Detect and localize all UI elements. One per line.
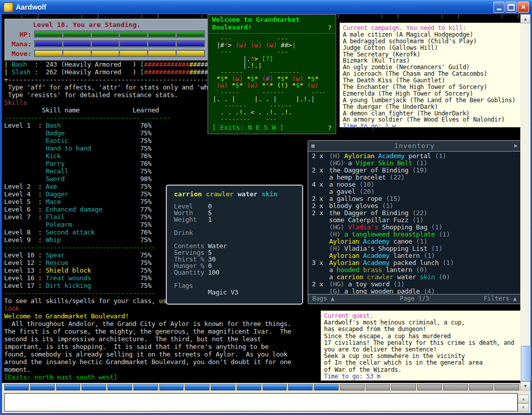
inventory-item[interactable]: 3 xAylorian Academy packed lunch (1)	[312, 259, 519, 266]
activity-segment	[56, 384, 81, 391]
close-button[interactable]: ✕	[518, 2, 529, 13]
map-exits: [ Exits: N E S W ]	[212, 124, 284, 131]
item-count: 2 x	[312, 202, 329, 210]
item-count: 3 x	[312, 259, 329, 266]
item-count	[312, 217, 329, 224]
item-stat-line: Weight 1	[174, 216, 238, 223]
scrollbar-thumb[interactable]	[521, 346, 531, 381]
map-header[interactable]: Welcome to Grandmarket Boulevard! ?	[208, 15, 336, 34]
inventory-item[interactable]: a carrion crawler water skin (0)	[312, 274, 519, 281]
inventory-window[interactable]: ■ Inventory ▶ 2 x(H) Aylorian Academy po…	[308, 140, 521, 304]
terminal-line: Sword 98%	[4, 175, 291, 183]
aardwolf-icon	[4, 3, 13, 12]
activity-segment	[314, 384, 339, 391]
map-help-icon-bottom[interactable]: ?	[328, 124, 332, 132]
scroll-down-arrow[interactable]: ▼	[520, 381, 530, 391]
inventory-item[interactable]: 2 xbloody gloves (1)	[312, 202, 519, 210]
inventory-item[interactable]: a hooded brass lantern (0)	[312, 266, 519, 274]
bar-label: HP:	[5, 31, 34, 38]
terminal-line: Parry 76%	[4, 160, 291, 167]
activity-segment	[262, 384, 287, 391]
move-bar: Move:	[5, 49, 207, 57]
inventory-item[interactable]: some Caterpillar Fuzz (1)	[312, 217, 519, 224]
activity-segment	[237, 384, 261, 391]
inventory-header[interactable]: ■ Inventory ▶	[308, 141, 521, 152]
map-room-name-line1: Welcome to Grandmarket	[212, 16, 300, 23]
terminal-line: look	[4, 305, 291, 312]
status-window[interactable]: Level 18. You are Standing. HP:Mana:Move…	[4, 18, 209, 61]
item-count	[312, 245, 329, 252]
stop-icon[interactable]: ■	[311, 141, 315, 151]
item-count	[312, 174, 329, 181]
inventory-list: 2 x(H) Aylorian Academy portal (1)(HG) a…	[312, 153, 519, 295]
terminal-line: All throughout Andolor, the Grand City o…	[4, 320, 291, 328]
item-stat-line: Quantity 100	[174, 269, 238, 276]
activity-segment	[366, 384, 391, 391]
filters-button[interactable]: Filters ▲	[484, 294, 517, 303]
inventory-item[interactable]: 2 x(H) Aylorian Academy portal (1)	[312, 153, 519, 160]
mana-bar: Mana:	[5, 40, 207, 48]
inventory-item[interactable]: (HG) a Viper Skin Belt (1)	[312, 160, 519, 167]
inventory-footer: Bags ▲ Page 1/3 Filters ▲	[308, 294, 521, 304]
item-count	[312, 188, 329, 195]
status-title: Level 18. You are Standing.	[33, 21, 140, 28]
item-count	[312, 160, 329, 167]
activity-segment	[443, 384, 468, 391]
inventory-item[interactable]: 2 xthe Dagger of Binding (19)	[312, 167, 519, 174]
triangle-up-icon: ▲	[513, 295, 517, 302]
activity-segment	[185, 384, 210, 391]
terminal-line: [Exits: north east south west]	[4, 373, 291, 381]
item-stat-line: Drink	[174, 229, 238, 236]
terminal-line: Kick 76%	[4, 152, 291, 160]
window-title: Aardwolf	[16, 3, 46, 11]
terminal-line: important, is its shopping. It is said t…	[4, 343, 291, 350]
bar-label: Mana:	[5, 40, 34, 48]
command-input[interactable]	[4, 393, 518, 411]
triangle-up-icon: ▲	[331, 295, 334, 302]
item-count: 4 x	[312, 181, 329, 188]
map-help-icon[interactable]: ?	[328, 24, 332, 32]
activity-segment	[107, 384, 132, 391]
activity-strip	[2, 383, 520, 392]
next-page-icon[interactable]: ▶	[514, 141, 518, 151]
bags-button[interactable]: Bags ▲	[312, 294, 334, 303]
item-detail-popup[interactable]: carrion crawler water skin Level 0Worth …	[166, 185, 303, 305]
item-count: 2 x	[312, 153, 329, 160]
activity-segment	[4, 384, 29, 391]
item-stat-line: Magic V3	[174, 289, 238, 295]
inventory-item[interactable]: 4 xa noose (10)	[312, 181, 519, 188]
inventory-item[interactable]: a hemp bracelet (22)	[312, 174, 519, 181]
item-count	[312, 252, 329, 259]
terminal-line: Recall 75%	[4, 167, 291, 175]
inventory-item[interactable]: (H) a tangleweed breastplate (1)	[312, 231, 519, 238]
activity-segment	[417, 384, 442, 391]
inventory-item[interactable]: (HG) Vladia's Shopping Bag (1)	[312, 224, 519, 231]
terminal-line: The first is of course, the mighty, the …	[4, 328, 291, 335]
inventory-item[interactable]: Aylorian Academy canoe (1)	[312, 238, 519, 245]
maximize-button[interactable]	[506, 2, 517, 13]
bar-label: Move:	[5, 50, 34, 57]
activity-segment	[288, 384, 313, 391]
activity-segment	[81, 384, 106, 391]
quest-panel: Current quest.Aardwolf's most heinous cr…	[320, 310, 521, 381]
terminal-line: Welcome to Grandmarket Boulevard!	[4, 312, 291, 320]
inventory-item[interactable]: (H) Vladia's Shopping List (1)	[312, 245, 519, 252]
inventory-item[interactable]: 2 x(HG) a toy sword (1)	[312, 281, 519, 288]
activity-bar[interactable]	[4, 384, 519, 391]
inventory-item[interactable]: 2 xthe Dagger of Binding (22)	[312, 210, 519, 217]
ascii-map: --- --- |#*> (ω) (ω) (ω) ##>| --- --- |.…	[213, 35, 326, 122]
inventory-item[interactable]: Aylorian Academy lantern (1)	[312, 252, 519, 259]
output-scrollbar[interactable]: ▲ ▼	[520, 14, 530, 391]
map-window[interactable]: Welcome to Grandmarket Boulevard! ? --- …	[208, 14, 336, 134]
title-bar[interactable]: Aardwolf ✕	[0, 0, 532, 14]
scroll-up-arrow[interactable]: ▲	[520, 14, 530, 23]
input-scroll-up-button[interactable]: ▲	[518, 395, 529, 403]
inventory-item[interactable]: 2 xa gallows rope (15)	[312, 195, 519, 202]
item-count: 2 x	[312, 210, 329, 217]
input-scroll-down-button[interactable]: ▼	[518, 403, 529, 412]
map-row: -------- ---	[213, 115, 326, 122]
minimize-button[interactable]	[493, 2, 505, 13]
inventory-item[interactable]: a gavel (20)	[312, 188, 519, 195]
activity-segment	[159, 384, 184, 391]
activity-segment	[133, 384, 158, 391]
